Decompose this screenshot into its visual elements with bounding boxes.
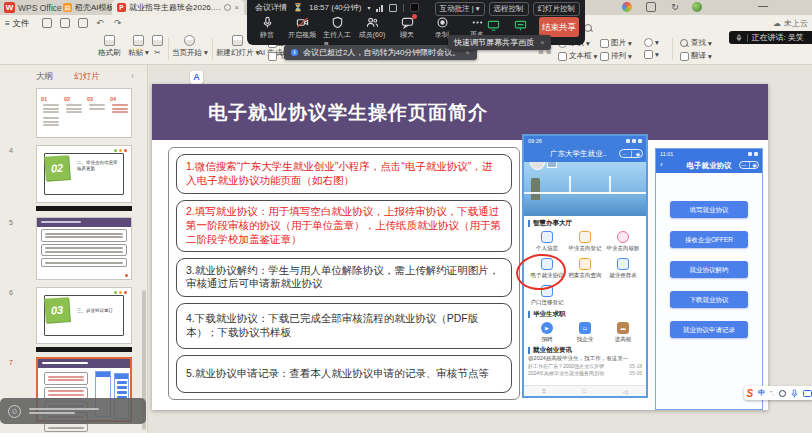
portrait-button[interactable]: ▾ (644, 38, 659, 47)
btn-terminate-agreement[interactable]: 就业协议解约 (670, 261, 748, 278)
share-quality-icon[interactable] (514, 19, 527, 32)
job-item-campus[interactable]: ▬进高校 (604, 319, 642, 345)
section-badge: 02 (44, 155, 70, 181)
translate-button[interactable]: 翻译 ▾ (680, 51, 712, 61)
news-item[interactable]: 好工作在广东？2000强企业云开锣05-18 (528, 363, 642, 370)
find-translate-group: 查找 ▾ 翻译 ▾ (680, 38, 712, 61)
android-menu-icon[interactable]: ≡ (542, 388, 546, 394)
speaking-indicator: 正在讲话: 吴笑 (729, 31, 812, 44)
step-item-3: 3.就业协议解约：学生与用人单位解除协议，需上传解约证明图片，审核通过后可申请新… (176, 258, 512, 298)
keyboard-icon[interactable] (803, 390, 812, 397)
undo-icon[interactable]: ↶ (96, 18, 106, 28)
meeting-details-link[interactable]: 会议详情 (255, 2, 287, 13)
phone1-status-bar: 09:26 (524, 136, 646, 145)
annotate-button[interactable]: 互动批注 | ▾ (435, 2, 485, 16)
section-badge: 03 (44, 297, 70, 323)
slide-canvas[interactable]: 电子就业协议学生操作页面简介 1.微信搜索“广东大学生就业创业”小程序，点击“电… (152, 84, 768, 410)
miniprogram-title: 广东大学生就业.. (550, 149, 607, 159)
find-icon (680, 39, 689, 48)
slide-thumbnail-5[interactable] (36, 217, 132, 280)
slide-thumbnail-6[interactable]: 03 三、就业协议签订 (36, 287, 132, 344)
btn-fill-agreement[interactable]: 填写就业协议 (670, 201, 748, 218)
format-painter-button[interactable]: 格式刷 (98, 35, 121, 58)
grid-item-personal-info[interactable]: 个人信息 (528, 228, 566, 255)
find-button[interactable]: 查找 ▾ (680, 38, 712, 48)
pin-icon[interactable] (224, 4, 231, 11)
meeting-top-buttons: 互动批注 | ▾ 远程控制 幻灯片控制 (435, 2, 580, 16)
cut-button[interactable]: ✂ (152, 35, 163, 57)
cloud-status[interactable]: ☁未上云 (773, 18, 808, 29)
btn-application-records[interactable]: 就业协议申请记录 (670, 321, 748, 338)
tab-current-document[interactable]: P 就业指导主题班会2026.3.4.p × (112, 0, 244, 15)
grid-item-recommend-form[interactable]: 就业推荐表 (604, 255, 642, 282)
decor-dots (114, 291, 127, 294)
tooltip-close-icon[interactable]: × (540, 38, 545, 47)
file-menu[interactable]: ≡ 文件 (5, 18, 29, 30)
android-home-icon[interactable]: □ (583, 388, 587, 394)
job-section-header: 毕业生求职 (528, 309, 642, 319)
object-button[interactable]: ▾ (644, 50, 659, 59)
news-lead[interactable]: @2024届高校毕业生，找工作，看这里— (528, 355, 642, 363)
grid-item-destination-register[interactable]: 毕业去向登记 (566, 228, 604, 255)
tab-outline[interactable]: 大纲 (36, 71, 53, 83)
member-center-icon[interactable] (622, 2, 632, 12)
restore-window-icon[interactable] (646, 2, 656, 12)
share-screen-icon[interactable] (487, 19, 500, 32)
grid-item-destination-verify[interactable]: 毕业去向核验 (604, 228, 642, 255)
sync-icon[interactable]: ↻ (670, 2, 680, 12)
slide-content-frame: 1.微信搜索“广东大学生就业创业”小程序，点击“电子就业协议”，进入电子就业协议… (168, 147, 520, 400)
slide-thumbnail-4[interactable]: 02 二、毕业去向信息审核及更新 (36, 145, 132, 203)
timer-caret-icon[interactable]: ▾ (367, 4, 370, 11)
remote-control-button[interactable]: 远程控制 (489, 2, 529, 16)
form-icon (617, 258, 629, 270)
step-item-4: 4.下载就业协议：下载已完成全部审核流程的就业协议（PDF版本）；下载协议书样板 (176, 303, 512, 349)
minimize-icon[interactable]: — (758, 2, 768, 12)
job-item-recruit[interactable]: ▶招聘 (528, 319, 566, 345)
paste-button[interactable]: 粘贴 ▾ (128, 35, 149, 58)
meeting-app-logo-icon (410, 3, 419, 12)
picture-button[interactable]: 图片 ▾ (600, 38, 632, 48)
screen: W WPS Office ▤ 稻壳AI模板 P 就业指导主题班会2026.3.4… (0, 0, 812, 433)
input-method-bar: S 中 ”, (744, 386, 812, 400)
save-icon[interactable] (42, 18, 52, 28)
job-item-companies[interactable]: ▭找企业 (566, 319, 604, 345)
end-share-button[interactable]: 结束共享 (539, 17, 579, 37)
phone2-status-bar: 11:01 (656, 149, 762, 158)
btn-download-agreement[interactable]: 下载就业协议 (670, 291, 748, 308)
popout-icon[interactable] (389, 4, 397, 12)
arrange-button[interactable]: 排列 ▾ (600, 51, 632, 61)
phone-screenshot-agreement: 11:01 ‹ 电子就业协议 —◉ 填写就业协议 接收企业OFFER 就业协议解… (655, 148, 763, 410)
textbox-icon (558, 52, 567, 61)
lang-mode-icon[interactable]: 中 (758, 388, 765, 398)
android-nav-bar: ≡ □ ◁ (524, 385, 646, 396)
emoji-icon[interactable] (779, 390, 786, 397)
close-tab-icon[interactable]: × (234, 3, 239, 12)
wps-ai-fab[interactable]: A (190, 71, 203, 84)
btn-receive-offer[interactable]: 接收企业OFFER (670, 231, 748, 248)
collapse-panel-icon[interactable]: ‹ (131, 71, 134, 81)
voice-input-icon[interactable] (791, 389, 798, 398)
miniprogram-capsule[interactable]: —◉ (739, 161, 759, 169)
banner-photo (524, 162, 646, 216)
sogou-logo-icon[interactable]: S (746, 388, 753, 399)
play-from-current-button[interactable]: 当页开始 ▾ (172, 35, 208, 58)
notification-toast: ☺ (0, 398, 146, 424)
tab-slides[interactable]: 幻灯片 (74, 71, 100, 83)
preview-icon[interactable] (78, 18, 88, 28)
redo-icon[interactable]: ↷ (114, 18, 124, 28)
camera-off-icon (296, 16, 309, 29)
news-item[interactable]: 2024年高校毕业生就业服务周启动05-06 (528, 370, 642, 377)
android-back-icon[interactable]: ◁ (623, 388, 628, 395)
slide-control-button[interactable]: 幻灯片控制 (533, 2, 581, 16)
microphone-icon (261, 16, 274, 29)
punctuation-icon[interactable]: ”, (770, 390, 774, 396)
print-icon[interactable] (60, 18, 70, 28)
miniprogram-capsule[interactable]: ⋯◉ (619, 149, 643, 158)
textbox-button[interactable]: 文本框 ▾ (558, 51, 597, 61)
network-signal-icon[interactable] (376, 4, 383, 12)
grid-item-archive-query[interactable]: 档案去向查询 (566, 255, 604, 282)
phone1-body: 智慧办事大厅 个人信息 毕业去向登记 毕业去向核验 电子就业协议 档案去向查询 … (524, 216, 646, 377)
mute-button[interactable]: 静音 (253, 16, 281, 50)
user-avatar[interactable] (692, 2, 702, 12)
slide-thumbnail-overview[interactable]: 01 02 03 04 (36, 88, 132, 138)
